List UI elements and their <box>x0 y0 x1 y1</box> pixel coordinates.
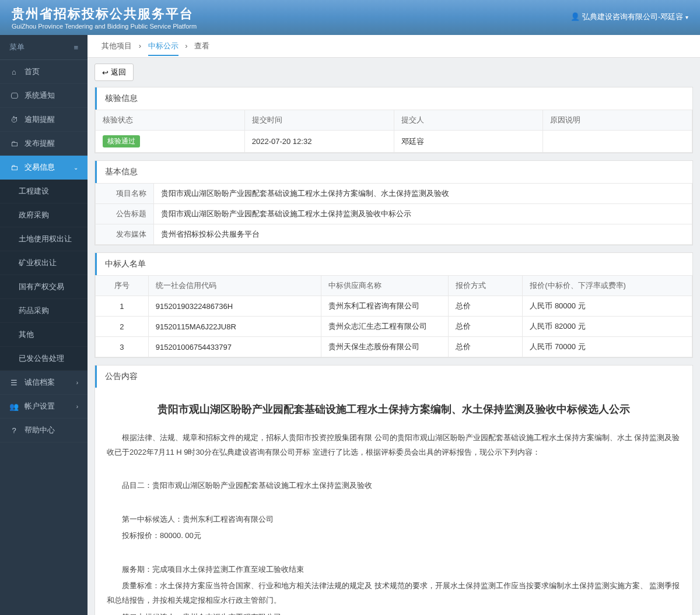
info-label: 发布媒体 <box>96 224 154 245</box>
back-label: 返回 <box>111 67 126 78</box>
sidebar-item-label: 诚信档案 <box>24 377 55 388</box>
table-row: 3915201006754433797贵州天保生态股份有限公司总价人民币 700… <box>96 337 692 357</box>
reason <box>543 131 692 153</box>
candidate-block: 第二中标候选人：贵州众志汇生态工程有限公司 投标报价：82000. 00元 服务… <box>107 610 681 615</box>
candidate-period: 服务期：完成项目水土保持监测工作直至竣工验收结束 <box>107 563 681 577</box>
chevron-icon: › <box>76 403 78 410</box>
info-value: 贵州省招标投标公共服务平台 <box>154 224 692 245</box>
sidebar-item-label: 逾期提醒 <box>24 114 55 125</box>
status-badge: 核验通过 <box>103 135 140 147</box>
submitter: 邓廷容 <box>394 131 543 153</box>
header: 贵州省招标投标公共服务平台 GuiZhou Province Tendering… <box>0 0 700 35</box>
candidate-quality: 质量标准：水土保持方案应当符合国家、行业和地方相关法律法规的规定及 技术规范的要… <box>107 579 681 607</box>
sidebar-header: 菜单 ≡ <box>0 35 88 60</box>
folder-icon: 🗀 <box>9 163 19 172</box>
sidebar-item-系统通知[interactable]: 🖵系统通知 <box>0 84 88 108</box>
sidebar-subitem-政府采购[interactable]: 政府采购 <box>0 203 88 227</box>
col-time: 提交时间 <box>244 110 394 131</box>
crumb-0[interactable]: 其他项目 <box>102 41 132 50</box>
platform-subtitle: GuiZhou Province Tendering and Bidding P… <box>12 23 197 30</box>
sidebar-menu-label: 菜单 <box>9 42 24 52</box>
sidebar-subitem-矿业权出让[interactable]: 矿业权出让 <box>0 251 88 275</box>
sidebar-subitem-国有产权交易[interactable]: 国有产权交易 <box>0 275 88 299</box>
user-name: 弘典建设咨询有限公司-邓廷容 <box>582 12 683 21</box>
sidebar-item-首页[interactable]: ⌂首页 <box>0 60 88 84</box>
col-method: 报价方式 <box>449 276 523 296</box>
table-row: 291520115MA6J22JU8R贵州众志汇生态工程有限公司总价人民币 82… <box>96 317 692 337</box>
info-value: 贵阳市观山湖区盼盼产业园配套基础设施工程水土保持监测及验收中标公示 <box>154 204 692 224</box>
sidebar-item-诚信档案[interactable]: ☰诚信档案› <box>0 371 88 395</box>
col-seq: 序号 <box>96 276 149 296</box>
chevron-icon: › <box>76 379 78 386</box>
basic-info-panel: 基本信息 项目名称贵阳市观山湖区盼盼产业园配套基础设施工程水土保持方案编制、水土… <box>94 160 693 245</box>
info-value: 贵阳市观山湖区盼盼产业园配套基础设施工程水土保持方案编制、水土保持监测及验收 <box>154 184 692 204</box>
basic-info-title: 基本信息 <box>95 161 692 183</box>
announcement-body: 贵阳市观山湖区盼盼产业园配套基础设施工程水土保持方案编制、水土保持监测及验收中标… <box>95 388 692 615</box>
verification-title: 核验信息 <box>95 87 692 110</box>
help-icon: ? <box>9 426 19 435</box>
crumb-2: 查看 <box>194 41 209 50</box>
winners-panel: 中标人名单 序号 统一社会信用代码 中标供应商名称 报价方式 报价(中标价、下浮… <box>94 252 693 358</box>
user-dropdown[interactable]: 👤 弘典建设咨询有限公司-邓廷容 <box>570 12 688 22</box>
submit-time: 2022-07-20 12:32 <box>244 131 394 153</box>
home-icon: ⌂ <box>9 67 19 76</box>
sidebar-item-label: 交易信息 <box>24 162 55 173</box>
announcement-panel: 公告内容 贵阳市观山湖区盼盼产业园配套基础设施工程水土保持方案编制、水土保持监测… <box>94 365 693 615</box>
info-label: 项目名称 <box>96 184 154 204</box>
monitor-icon: 🖵 <box>9 91 19 100</box>
chevron-icon: ⌄ <box>74 164 78 171</box>
back-button[interactable]: ↩ 返回 <box>94 64 134 81</box>
user-icon: 👥 <box>9 402 19 411</box>
announcement-heading: 贵阳市观山湖区盼盼产业园配套基础设施工程水土保持方案编制、水土保持监测及验收中标… <box>107 399 681 419</box>
announcement-title: 公告内容 <box>95 366 692 388</box>
col-reason: 原因说明 <box>543 110 692 131</box>
sidebar-item-label: 发布提醒 <box>24 138 55 149</box>
platform-title: 贵州省招标投标公共服务平台 <box>12 5 197 23</box>
candidate-rank: 第一中标候选人：贵州东利工程咨询有限公司 <box>107 512 681 527</box>
menu-toggle-icon[interactable]: ≡ <box>74 43 78 52</box>
header-title-block: 贵州省招标投标公共服务平台 GuiZhou Province Tendering… <box>12 5 197 30</box>
folder-icon: 🗀 <box>9 139 19 148</box>
sidebar-item-label: 帮助中心 <box>24 425 55 435</box>
col-submitter: 提交人 <box>394 110 543 131</box>
item-title: 品目二：贵阳市观山湖区盼盼产业园配套基础设施工程水土保持监测及验收 <box>107 479 681 493</box>
candidate-block: 第一中标候选人：贵州东利工程咨询有限公司 投标报价：80000. 00元 服务期… <box>107 512 681 608</box>
announcement-intro: 根据法律、法规、规章和招标文件的规定，招标人贵阳市投资控股集团有限 公司的贵阳市… <box>107 431 681 459</box>
candidate-price: 投标报价：80000. 00元 <box>107 529 681 543</box>
list-icon: ☰ <box>9 378 19 387</box>
crumb-1[interactable]: 中标公示 <box>148 41 178 56</box>
sidebar-item-交易信息[interactable]: 🗀交易信息⌄ <box>0 156 88 180</box>
clock-icon: ⏱ <box>9 115 19 124</box>
candidate-rank: 第二中标候选人：贵州众志汇生态工程有限公司 <box>107 610 681 615</box>
sidebar-subitem-已发公告处理[interactable]: 已发公告处理 <box>0 347 88 371</box>
back-icon: ↩ <box>102 68 108 77</box>
sidebar-item-帮助中心[interactable]: ?帮助中心 <box>0 419 88 442</box>
col-code: 统一社会信用代码 <box>148 276 321 296</box>
sidebar-item-label: 帐户设置 <box>24 401 55 412</box>
col-price: 报价(中标价、下浮率或费率) <box>523 276 692 296</box>
breadcrumb: 其他项目 › 中标公示 › 查看 <box>88 35 700 58</box>
sidebar-item-发布提醒[interactable]: 🗀发布提醒 <box>0 132 88 156</box>
verification-panel: 核验信息 核验状态 提交时间 提交人 原因说明 核验通过 2022-07-20 … <box>94 87 693 153</box>
user-icon: 👤 <box>570 12 580 21</box>
main-content: 其他项目 › 中标公示 › 查看 ↩ 返回 核验信息 核验状态 提交时间 提交人… <box>88 35 700 615</box>
sidebar-subitem-土地使用权出让[interactable]: 土地使用权出让 <box>0 227 88 251</box>
col-status: 核验状态 <box>96 110 245 131</box>
sidebar-item-逾期提醒[interactable]: ⏱逾期提醒 <box>0 108 88 132</box>
sidebar-item-label: 首页 <box>24 66 40 77</box>
sidebar-subitem-其他[interactable]: 其他 <box>0 323 88 347</box>
col-name: 中标供应商名称 <box>321 276 449 296</box>
sidebar-subitem-药品采购[interactable]: 药品采购 <box>0 299 88 323</box>
winners-table: 序号 统一社会信用代码 中标供应商名称 报价方式 报价(中标价、下浮率或费率) … <box>95 275 692 357</box>
basic-info-table: 项目名称贵阳市观山湖区盼盼产业园配套基础设施工程水土保持方案编制、水土保持监测及… <box>95 183 692 245</box>
verification-table: 核验状态 提交时间 提交人 原因说明 核验通过 2022-07-20 12:32… <box>95 110 692 153</box>
winners-title: 中标人名单 <box>95 253 692 275</box>
sidebar-item-帐户设置[interactable]: 👥帐户设置› <box>0 395 88 419</box>
info-label: 公告标题 <box>96 204 154 224</box>
sidebar-subitem-工程建设[interactable]: 工程建设 <box>0 180 88 203</box>
sidebar-item-label: 系统通知 <box>24 90 55 101</box>
sidebar: 菜单 ≡ ⌂首页🖵系统通知⏱逾期提醒🗀发布提醒🗀交易信息⌄工程建设政府采购土地使… <box>0 35 88 615</box>
table-row: 191520190322486736H贵州东利工程咨询有限公司总价人民币 800… <box>96 296 692 317</box>
